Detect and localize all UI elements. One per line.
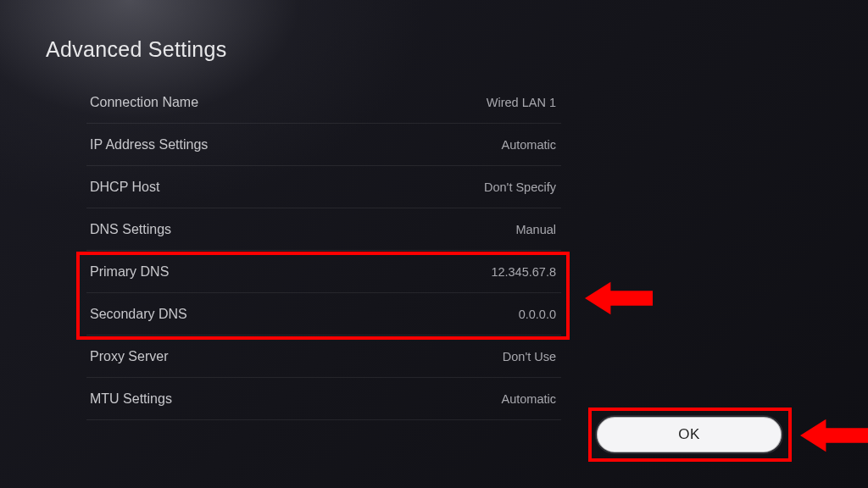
settings-list: Connection Name Wired LAN 1 IP Address S…	[86, 81, 561, 420]
row-label: IP Address Settings	[90, 137, 208, 152]
row-label: Proxy Server	[90, 349, 168, 364]
row-mtu-settings[interactable]: MTU Settings Automatic	[86, 378, 561, 420]
row-label: Primary DNS	[90, 264, 169, 280]
row-dns-settings[interactable]: DNS Settings Manual	[86, 208, 561, 251]
row-value: Automatic	[502, 138, 556, 152]
annotation-arrow-icon	[585, 276, 653, 320]
page-title: Advanced Settings	[46, 37, 227, 62]
row-value: 0.0.0.0	[519, 308, 556, 321]
ok-button-label: OK	[678, 426, 700, 443]
row-secondary-dns[interactable]: Secondary DNS 0.0.0.0	[86, 293, 561, 336]
row-value: Don't Specify	[484, 180, 556, 194]
row-label: DNS Settings	[90, 222, 171, 237]
row-value: Wired LAN 1	[487, 96, 556, 109]
svg-marker-1	[800, 419, 868, 452]
row-value: Manual	[515, 223, 556, 236]
ok-button[interactable]: OK	[595, 415, 783, 454]
svg-marker-0	[585, 282, 653, 314]
row-primary-dns[interactable]: Primary DNS 12.345.67.8	[86, 251, 561, 293]
row-proxy-server[interactable]: Proxy Server Don't Use	[86, 336, 561, 378]
row-value: Automatic	[502, 392, 556, 406]
row-connection-name[interactable]: Connection Name Wired LAN 1	[86, 81, 561, 124]
annotation-arrow-icon	[800, 413, 868, 458]
row-label: MTU Settings	[90, 391, 172, 407]
row-ip-address-settings[interactable]: IP Address Settings Automatic	[86, 124, 561, 166]
row-dhcp-host[interactable]: DHCP Host Don't Specify	[86, 166, 561, 208]
row-label: DHCP Host	[90, 180, 159, 195]
row-label: Connection Name	[90, 95, 198, 110]
row-value: Don't Use	[503, 350, 556, 363]
row-value: 12.345.67.8	[491, 265, 556, 279]
row-label: Secondary DNS	[90, 307, 187, 322]
